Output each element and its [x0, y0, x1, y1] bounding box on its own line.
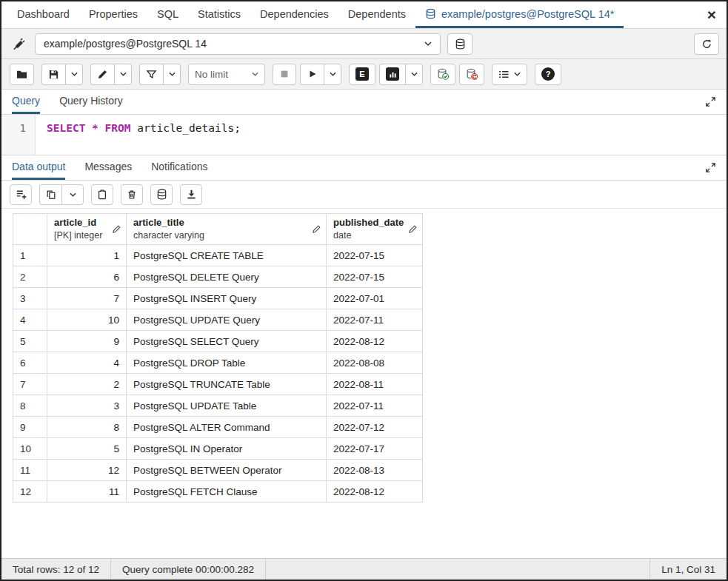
row-number-cell[interactable]: 2: [13, 266, 47, 288]
column-header-published-date[interactable]: published_date date: [327, 214, 423, 245]
filter-options-dropdown[interactable]: [163, 64, 181, 85]
published-date-cell[interactable]: 2022-08-12: [327, 481, 423, 503]
macros-menu-button[interactable]: [492, 64, 527, 85]
nav-tab[interactable]: SQL: [147, 1, 188, 28]
row-number-cell[interactable]: 6: [13, 352, 47, 374]
published-date-cell[interactable]: 2022-07-01: [327, 288, 423, 309]
execute-button[interactable]: [300, 64, 324, 85]
row-number-cell[interactable]: 11: [13, 460, 47, 481]
nav-tab[interactable]: Dependencies: [250, 1, 338, 28]
article-id-cell[interactable]: 4: [47, 352, 127, 374]
save-button[interactable]: [41, 64, 65, 85]
article-id-cell[interactable]: 2: [47, 374, 127, 395]
rollback-button[interactable]: [459, 64, 484, 85]
article-title-cell[interactable]: PostgreSQL FETCH Clause: [127, 481, 327, 503]
article-id-cell[interactable]: 5: [47, 438, 127, 460]
nav-tab[interactable]: Statistics: [188, 1, 250, 28]
tab-data-output[interactable]: Data output: [12, 155, 65, 180]
expand-output-icon[interactable]: [705, 155, 716, 180]
expand-editor-icon[interactable]: [705, 90, 716, 114]
column-header-article-id[interactable]: article_id [PK] integer: [47, 214, 127, 245]
article-title-cell[interactable]: PostgreSQL DROP Table: [127, 352, 327, 374]
article-id-cell[interactable]: 10: [47, 309, 127, 331]
commit-button[interactable]: [430, 64, 455, 85]
article-id-cell[interactable]: 11: [47, 481, 127, 503]
row-number-header[interactable]: [13, 214, 47, 245]
total-rows-status: Total rows: 12 of 12: [1, 559, 111, 580]
article-title-cell[interactable]: PostgreSQL IN Operator: [127, 438, 327, 460]
article-title-cell[interactable]: PostgreSQL CREATE TABLE: [127, 245, 327, 266]
filter-button[interactable]: [139, 64, 163, 85]
nav-tab[interactable]: Dashboard: [7, 1, 79, 28]
copy-button[interactable]: [39, 184, 61, 205]
article-title-cell[interactable]: PostgreSQL BETWEEN Operator: [127, 460, 327, 481]
close-icon[interactable]: ×: [697, 1, 727, 28]
article-id-cell[interactable]: 3: [47, 395, 127, 417]
tab-messages[interactable]: Messages: [84, 155, 132, 180]
edit-column-icon[interactable]: [312, 224, 321, 234]
edit-options-dropdown[interactable]: [114, 64, 132, 85]
explain-button[interactable]: E: [349, 64, 375, 85]
row-number-cell[interactable]: 7: [13, 374, 47, 395]
row-number-cell[interactable]: 5: [13, 331, 47, 352]
article-id-cell[interactable]: 6: [47, 266, 127, 288]
add-row-button[interactable]: [10, 184, 32, 205]
nav-tab[interactable]: Dependents: [338, 1, 415, 28]
delete-row-button[interactable]: [121, 184, 143, 205]
save-options-dropdown[interactable]: [65, 64, 83, 85]
article-title-cell[interactable]: PostgreSQL DELETE Query: [127, 266, 327, 288]
published-date-cell[interactable]: 2022-07-12: [327, 417, 423, 438]
row-number-cell[interactable]: 10: [13, 438, 47, 460]
article-title-cell[interactable]: PostgreSQL UPDATE Query: [127, 309, 327, 331]
tab-notifications[interactable]: Notifications: [151, 155, 207, 180]
tab-query-tool[interactable]: example/postgres@PostgreSQL 14*: [415, 1, 624, 28]
row-number-cell[interactable]: 8: [13, 395, 47, 417]
published-date-cell[interactable]: 2022-08-12: [327, 331, 423, 352]
article-title-cell[interactable]: PostgreSQL INSERT Query: [127, 288, 327, 309]
row-number-cell[interactable]: 9: [13, 417, 47, 438]
paste-button[interactable]: [91, 184, 113, 205]
published-date-cell[interactable]: 2022-07-17: [327, 438, 423, 460]
row-number-cell[interactable]: 12: [13, 481, 47, 503]
execute-options-dropdown[interactable]: [324, 64, 341, 85]
article-id-cell[interactable]: 9: [47, 331, 127, 352]
download-button[interactable]: [180, 184, 202, 205]
row-limit-select[interactable]: No limit: [188, 64, 265, 85]
edit-column-icon[interactable]: [408, 224, 418, 234]
published-date-cell[interactable]: 2022-08-11: [327, 374, 423, 395]
article-id-cell[interactable]: 1: [47, 245, 127, 266]
edit-column-icon[interactable]: [112, 224, 121, 234]
new-connection-button[interactable]: [447, 33, 472, 55]
tab-query-history[interactable]: Query History: [59, 90, 123, 114]
edit-button[interactable]: [90, 64, 114, 85]
nav-tab[interactable]: Properties: [79, 1, 147, 28]
refresh-button[interactable]: [694, 33, 719, 55]
published-date-cell[interactable]: 2022-07-11: [327, 395, 423, 417]
published-date-cell[interactable]: 2022-08-08: [327, 352, 423, 374]
tab-query[interactable]: Query: [12, 90, 40, 114]
article-title-cell[interactable]: PostgreSQL ALTER Command: [127, 417, 327, 438]
article-title-cell[interactable]: PostgreSQL UPDATE Table: [127, 395, 327, 417]
published-date-cell[interactable]: 2022-07-11: [327, 309, 423, 331]
open-file-button[interactable]: [10, 64, 34, 85]
explain-options-dropdown[interactable]: [405, 64, 423, 85]
row-number-cell[interactable]: 3: [13, 288, 47, 309]
column-header-article-title[interactable]: article_title character varying: [127, 214, 327, 245]
help-button[interactable]: ?: [535, 64, 561, 85]
row-number-cell[interactable]: 1: [13, 245, 47, 266]
published-date-cell[interactable]: 2022-07-15: [327, 266, 423, 288]
published-date-cell[interactable]: 2022-08-13: [327, 460, 423, 481]
article-id-cell[interactable]: 8: [47, 417, 127, 438]
article-id-cell[interactable]: 7: [47, 288, 127, 309]
article-title-cell[interactable]: PostgreSQL TRUNCATE Table: [127, 374, 327, 395]
cancel-query-button[interactable]: [273, 64, 296, 85]
connection-selector[interactable]: example/postgres@PostgreSQL 14: [35, 33, 441, 55]
copy-options-dropdown[interactable]: [61, 184, 84, 205]
article-id-cell[interactable]: 12: [47, 460, 127, 481]
row-number-cell[interactable]: 4: [13, 309, 47, 331]
save-data-changes-button[interactable]: [150, 184, 173, 205]
explain-analyze-button[interactable]: [379, 64, 405, 85]
article-title-cell[interactable]: PostgreSQL SELECT Query: [127, 331, 327, 352]
published-date-cell[interactable]: 2022-07-15: [327, 245, 423, 266]
editor-code-line[interactable]: SELECT * FROM article_details;: [36, 115, 727, 155]
